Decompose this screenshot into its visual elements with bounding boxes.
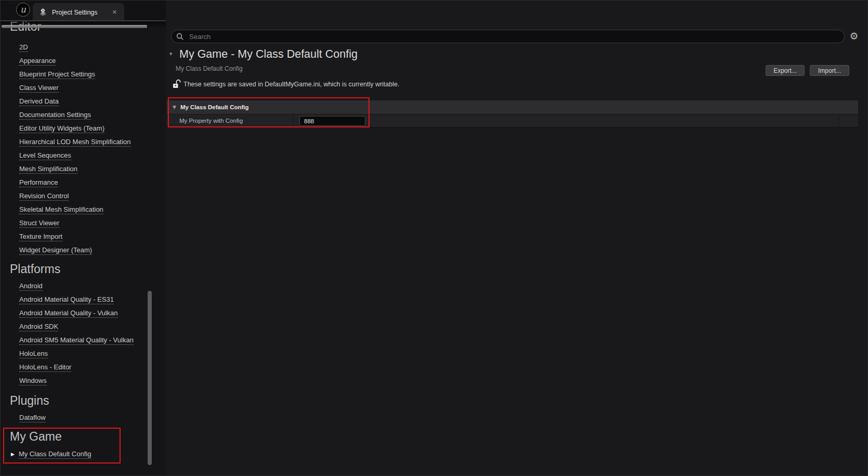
settings-gear-icon[interactable]: ⚙ [848,29,860,43]
sidebar-item-derived-data[interactable]: Derived Data [1,95,166,108]
sidebar-item-hololens[interactable]: HoloLens [1,347,166,361]
sidebar-item-hierarchical-lod-mesh-simplification[interactable]: Hierarchical LOD Mesh Simplification [1,135,166,149]
sidebar-item-struct-viewer[interactable]: Struct Viewer [1,216,166,230]
config-file-info-text: These settings are saved in DefaultMyGam… [183,81,399,88]
expand-arrow-icon: ▶ [11,452,15,457]
sidebar-item-windows[interactable]: Windows [1,374,166,388]
project-settings-window: u Project Settings ✕ ✕ Editor2DApp [0,0,868,476]
sidebar-section-plugins: PluginsDataflow [1,390,166,424]
sidebar-item-texture-import[interactable]: Texture Import [1,230,166,243]
project-settings-icon [39,8,47,17]
page-subtitle: My Class Default Config [176,65,243,72]
sidebar-item-skeletal-mesh-simplification[interactable]: Skeletal Mesh Simplification [1,203,166,216]
sidebar-heading-plugins: Plugins [1,390,166,411]
page-title: My Game - My Class Default Config [179,48,358,61]
settings-sidebar: Editor2DAppearanceBlueprint Project Sett… [1,21,166,476]
sidebar-sections: Editor2DAppearanceBlueprint Project Sett… [1,21,166,461]
column-divider [838,114,839,127]
sidebar-heading-platforms: Platforms [1,259,166,279]
sidebar-heading-editor: Editor [1,21,166,37]
config-property-rows: My Property with Config [167,114,858,127]
tab-close-icon[interactable]: ✕ [110,8,119,17]
sidebar-item-class-viewer[interactable]: Class Viewer [1,81,166,95]
sidebar-item-performance[interactable]: Performance [1,176,166,189]
tab-project-settings[interactable]: Project Settings ✕ [33,3,124,22]
search-icon [176,33,184,41]
sidebar-item-2d[interactable]: 2D [1,41,166,54]
column-divider [293,114,293,127]
sidebar-item-appearance[interactable]: Appearance [1,54,166,68]
property-label: My Property with Config [179,114,243,127]
sidebar-item-mesh-simplification[interactable]: Mesh Simplification [1,162,166,176]
sidebar-section-platforms: PlatformsAndroidAndroid Material Quality… [1,259,166,388]
sidebar-item-widget-designer-team[interactable]: Widget Designer (Team) [1,243,166,257]
sidebar-item-revision-control[interactable]: Revision Control [1,189,166,203]
sidebar-item-android-sdk[interactable]: Android SDK [1,320,166,333]
sidebar-section-editor: Editor2DAppearanceBlueprint Project Sett… [1,21,166,257]
sidebar-item-blueprint-project-settings[interactable]: Blueprint Project Settings [1,68,166,81]
sidebar-scrollbar-thumb[interactable] [148,291,152,465]
sidebar-item-android-sm5-material-quality-vulkan[interactable]: Android SM5 Material Quality - Vulkan [1,333,166,347]
sidebar-item-android[interactable]: Android [1,279,166,293]
search-input[interactable] [188,32,839,41]
section-collapse-caret-icon[interactable]: ▼ [173,105,176,110]
config-section-title: My Class Default Config [180,104,249,110]
search-bar[interactable] [171,30,845,43]
sidebar-section-my-game: My Game▶My Class Default Config [1,426,166,461]
property-value-input[interactable] [299,116,365,126]
sidebar-item-level-sequences[interactable]: Level Sequences [1,149,166,162]
sidebar-item-documentation-settings[interactable]: Documentation Settings [1,108,166,122]
unlocked-padlock-icon [173,79,181,89]
tab-label: Project Settings [52,9,110,16]
sidebar-item-android-material-quality-vulkan[interactable]: Android Material Quality - Vulkan [1,306,166,320]
sidebar-item-dataflow[interactable]: Dataflow [1,411,166,424]
sidebar-item-android-material-quality-es31[interactable]: Android Material Quality - ES31 [1,293,166,306]
sidebar-item-editor-utility-widgets-team[interactable]: Editor Utility Widgets (Team) [1,122,166,135]
sidebar-item-my-class-default-config[interactable]: ▶My Class Default Config [1,447,166,461]
import-button[interactable]: Import... [810,65,849,76]
sidebar-item-hololens-editor[interactable]: HoloLens - Editor [1,361,166,374]
unreal-engine-logo-icon: u [16,3,30,17]
page-collapse-caret-icon[interactable]: ▾ [169,50,173,57]
property-row-my-property-with-config: My Property with Config [167,114,858,127]
export-button[interactable]: Export... [766,65,805,76]
sidebar-heading-my-game: My Game [1,426,166,447]
config-section-header[interactable]: ▼ My Class Default Config [167,100,858,114]
settings-main-panel [166,1,868,476]
